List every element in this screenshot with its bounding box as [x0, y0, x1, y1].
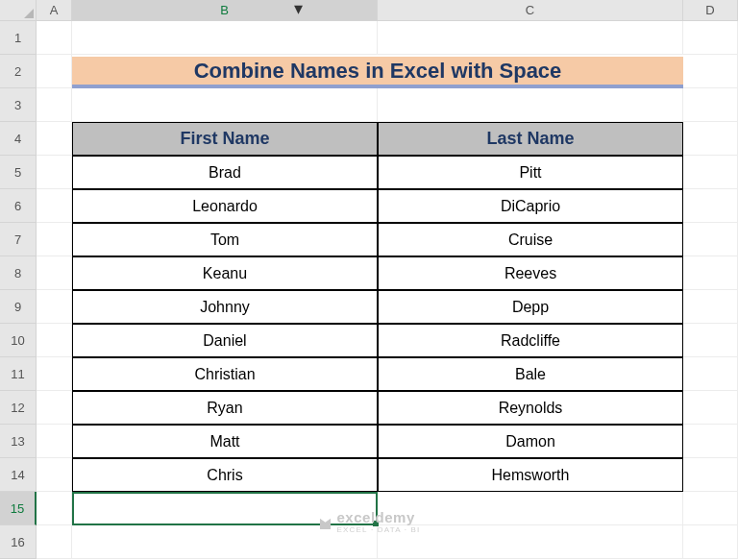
table-cell[interactable]: Keanu [72, 256, 378, 290]
cell[interactable] [683, 458, 738, 492]
cell[interactable] [37, 256, 72, 290]
table-cell[interactable]: Pitt [378, 156, 683, 189]
cell[interactable] [37, 223, 72, 256]
table-header-first[interactable]: First Name [72, 122, 378, 156]
cell[interactable] [37, 357, 72, 391]
cell[interactable] [683, 357, 738, 391]
table-cell[interactable]: DiCaprio [378, 189, 683, 223]
row-header-15[interactable]: 15 [0, 492, 37, 525]
row-header-2[interactable]: 2 [0, 55, 37, 88]
cell[interactable] [378, 88, 683, 122]
table-cell[interactable]: Matt [72, 425, 378, 458]
cell[interactable] [683, 55, 738, 88]
row-header-13[interactable]: 13 [0, 425, 37, 458]
cell[interactable] [683, 425, 738, 458]
cell[interactable] [683, 324, 738, 357]
cell[interactable] [37, 88, 72, 122]
cell[interactable] [683, 122, 738, 156]
cell[interactable] [683, 156, 738, 189]
row-header-3[interactable]: 3 [0, 88, 37, 122]
cell[interactable] [378, 492, 683, 525]
row-header-9[interactable]: 9 [0, 290, 37, 324]
row-header-1[interactable]: 1 [0, 21, 37, 55]
row-header-14[interactable]: 14 [0, 458, 37, 492]
column-width-handle-icon: ▾ [294, 0, 303, 19]
cell[interactable] [37, 525, 72, 559]
row-header-16[interactable]: 16 [0, 525, 37, 559]
table-cell[interactable]: Christian [72, 357, 378, 391]
cell[interactable] [37, 189, 72, 223]
table-cell[interactable]: Leonardo [72, 189, 378, 223]
row-header-5[interactable]: 5 [0, 156, 37, 189]
cell[interactable] [72, 21, 378, 55]
row-header-12[interactable]: 12 [0, 391, 37, 425]
cell[interactable] [37, 21, 72, 55]
cell[interactable] [72, 88, 378, 122]
table-cell[interactable]: Tom [72, 223, 378, 256]
title-banner[interactable]: Combine Names in Excel with Space [72, 57, 683, 88]
select-all-corner[interactable] [0, 0, 37, 21]
cell[interactable] [683, 88, 738, 122]
col-header-C[interactable]: C [378, 0, 683, 21]
table-cell[interactable]: Depp [378, 290, 683, 324]
cell[interactable] [683, 223, 738, 256]
row-header-7[interactable]: 7 [0, 223, 37, 256]
table-cell[interactable]: Chris [72, 458, 378, 492]
table-cell[interactable]: Hemsworth [378, 458, 683, 492]
cell[interactable] [37, 324, 72, 357]
row-header-4[interactable]: 4 [0, 122, 37, 156]
cell[interactable] [37, 122, 72, 156]
cell[interactable] [683, 256, 738, 290]
row-header-11[interactable]: 11 [0, 357, 37, 391]
table-cell[interactable]: Damon [378, 425, 683, 458]
col-header-D[interactable]: D [683, 0, 738, 21]
table-cell[interactable]: Radcliffe [378, 324, 683, 357]
col-header-A[interactable]: A [37, 0, 72, 21]
cell[interactable] [37, 458, 72, 492]
cell[interactable] [683, 21, 738, 55]
table-cell[interactable]: Reynolds [378, 391, 683, 425]
cell[interactable] [72, 525, 378, 559]
row-header-10[interactable]: 10 [0, 324, 37, 357]
cell[interactable] [72, 492, 378, 525]
row-header-8[interactable]: 8 [0, 256, 37, 290]
col-header-B[interactable]: B [72, 0, 378, 21]
cell[interactable] [683, 525, 738, 559]
table-header-last[interactable]: Last Name [378, 122, 683, 156]
cell[interactable] [37, 55, 72, 88]
cell[interactable] [37, 425, 72, 458]
table-cell[interactable]: Daniel [72, 324, 378, 357]
table-cell[interactable]: Cruise [378, 223, 683, 256]
cell[interactable] [37, 391, 72, 425]
spreadsheet-grid: A B C D 1 2 3 4 5 6 7 8 9 10 11 12 13 14… [0, 0, 738, 560]
cell[interactable] [683, 189, 738, 223]
cell[interactable] [683, 290, 738, 324]
cell[interactable] [683, 492, 738, 525]
table-cell[interactable]: Brad [72, 156, 378, 189]
table-cell[interactable]: Ryan [72, 391, 378, 425]
cell[interactable] [37, 290, 72, 324]
cell[interactable] [378, 21, 683, 55]
row-header-6[interactable]: 6 [0, 189, 37, 223]
table-cell[interactable]: Reeves [378, 256, 683, 290]
cell[interactable] [37, 156, 72, 189]
cell[interactable] [37, 492, 72, 525]
cell[interactable] [378, 525, 683, 559]
table-cell[interactable]: Bale [378, 357, 683, 391]
table-cell[interactable]: Johnny [72, 290, 378, 324]
cell[interactable] [683, 391, 738, 425]
